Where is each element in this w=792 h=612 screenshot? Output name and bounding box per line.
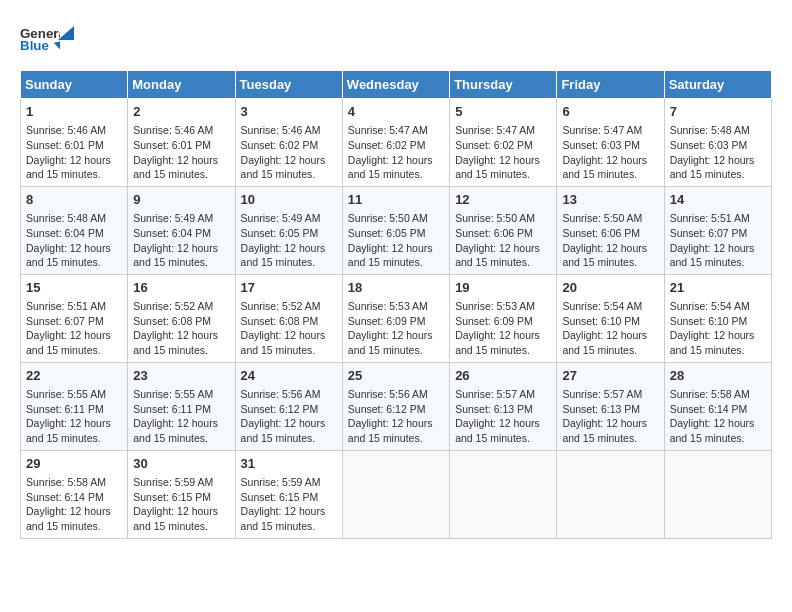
daylight-label: Daylight: 12 hours — [26, 242, 111, 254]
day-number: 24 — [241, 367, 337, 385]
calendar-cell: 1 Sunrise: 5:46 AM Sunset: 6:01 PM Dayli… — [21, 99, 128, 187]
svg-text:Blue: Blue — [20, 38, 49, 53]
sunset-label: Sunset: 6:03 PM — [670, 139, 748, 151]
daylight-value: and 15 minutes. — [455, 256, 530, 268]
sunset-label: Sunset: 6:15 PM — [241, 491, 319, 503]
sunrise-label: Sunrise: 5:49 AM — [133, 212, 213, 224]
calendar-table: SundayMondayTuesdayWednesdayThursdayFrid… — [20, 70, 772, 539]
sunrise-label: Sunrise: 5:55 AM — [26, 388, 106, 400]
daylight-value: and 15 minutes. — [562, 344, 637, 356]
calendar-cell: 10 Sunrise: 5:49 AM Sunset: 6:05 PM Dayl… — [235, 186, 342, 274]
day-number: 26 — [455, 367, 551, 385]
day-number: 11 — [348, 191, 444, 209]
day-number: 4 — [348, 103, 444, 121]
calendar-cell: 17 Sunrise: 5:52 AM Sunset: 6:08 PM Dayl… — [235, 274, 342, 362]
day-number: 27 — [562, 367, 658, 385]
sunrise-label: Sunrise: 5:51 AM — [26, 300, 106, 312]
sunrise-label: Sunrise: 5:54 AM — [670, 300, 750, 312]
calendar-cell: 8 Sunrise: 5:48 AM Sunset: 6:04 PM Dayli… — [21, 186, 128, 274]
sunset-label: Sunset: 6:09 PM — [455, 315, 533, 327]
daylight-label: Daylight: 12 hours — [241, 242, 326, 254]
calendar-cell: 22 Sunrise: 5:55 AM Sunset: 6:11 PM Dayl… — [21, 362, 128, 450]
day-number: 14 — [670, 191, 766, 209]
weekday-header-tuesday: Tuesday — [235, 71, 342, 99]
calendar-cell: 21 Sunrise: 5:54 AM Sunset: 6:10 PM Dayl… — [664, 274, 771, 362]
calendar-week-row: 1 Sunrise: 5:46 AM Sunset: 6:01 PM Dayli… — [21, 99, 772, 187]
day-number: 15 — [26, 279, 122, 297]
daylight-label: Daylight: 12 hours — [133, 242, 218, 254]
sunset-label: Sunset: 6:01 PM — [26, 139, 104, 151]
daylight-label: Daylight: 12 hours — [670, 417, 755, 429]
calendar-cell — [557, 450, 664, 538]
daylight-label: Daylight: 12 hours — [133, 329, 218, 341]
sunset-label: Sunset: 6:15 PM — [133, 491, 211, 503]
sunrise-label: Sunrise: 5:59 AM — [133, 476, 213, 488]
sunrise-label: Sunrise: 5:56 AM — [241, 388, 321, 400]
daylight-value: and 15 minutes. — [241, 432, 316, 444]
sunrise-label: Sunrise: 5:52 AM — [241, 300, 321, 312]
daylight-label: Daylight: 12 hours — [133, 417, 218, 429]
daylight-label: Daylight: 12 hours — [26, 505, 111, 517]
daylight-label: Daylight: 12 hours — [455, 329, 540, 341]
sunrise-label: Sunrise: 5:56 AM — [348, 388, 428, 400]
sunset-label: Sunset: 6:02 PM — [348, 139, 426, 151]
sunset-label: Sunset: 6:13 PM — [562, 403, 640, 415]
sunset-label: Sunset: 6:02 PM — [455, 139, 533, 151]
daylight-value: and 15 minutes. — [133, 432, 208, 444]
daylight-value: and 15 minutes. — [26, 432, 101, 444]
calendar-cell — [450, 450, 557, 538]
daylight-value: and 15 minutes. — [26, 256, 101, 268]
day-number: 21 — [670, 279, 766, 297]
calendar-cell: 24 Sunrise: 5:56 AM Sunset: 6:12 PM Dayl… — [235, 362, 342, 450]
sunset-label: Sunset: 6:12 PM — [348, 403, 426, 415]
daylight-label: Daylight: 12 hours — [562, 417, 647, 429]
daylight-label: Daylight: 12 hours — [670, 242, 755, 254]
sunset-label: Sunset: 6:03 PM — [562, 139, 640, 151]
sunset-label: Sunset: 6:04 PM — [26, 227, 104, 239]
daylight-label: Daylight: 12 hours — [241, 417, 326, 429]
sunset-label: Sunset: 6:12 PM — [241, 403, 319, 415]
weekday-header-sunday: Sunday — [21, 71, 128, 99]
daylight-value: and 15 minutes. — [348, 344, 423, 356]
sunrise-label: Sunrise: 5:46 AM — [133, 124, 213, 136]
day-number: 12 — [455, 191, 551, 209]
day-number: 8 — [26, 191, 122, 209]
daylight-value: and 15 minutes. — [670, 344, 745, 356]
day-number: 1 — [26, 103, 122, 121]
sunrise-label: Sunrise: 5:53 AM — [348, 300, 428, 312]
sunrise-label: Sunrise: 5:47 AM — [562, 124, 642, 136]
daylight-label: Daylight: 12 hours — [241, 329, 326, 341]
daylight-label: Daylight: 12 hours — [455, 242, 540, 254]
calendar-cell: 27 Sunrise: 5:57 AM Sunset: 6:13 PM Dayl… — [557, 362, 664, 450]
sunset-label: Sunset: 6:09 PM — [348, 315, 426, 327]
calendar-cell: 20 Sunrise: 5:54 AM Sunset: 6:10 PM Dayl… — [557, 274, 664, 362]
sunrise-label: Sunrise: 5:52 AM — [133, 300, 213, 312]
sunrise-label: Sunrise: 5:47 AM — [455, 124, 535, 136]
day-number: 16 — [133, 279, 229, 297]
calendar-cell: 2 Sunrise: 5:46 AM Sunset: 6:01 PM Dayli… — [128, 99, 235, 187]
calendar-cell: 25 Sunrise: 5:56 AM Sunset: 6:12 PM Dayl… — [342, 362, 449, 450]
weekday-header-saturday: Saturday — [664, 71, 771, 99]
day-number: 3 — [241, 103, 337, 121]
sunrise-label: Sunrise: 5:58 AM — [670, 388, 750, 400]
daylight-value: and 15 minutes. — [133, 344, 208, 356]
daylight-value: and 15 minutes. — [455, 344, 530, 356]
day-number: 22 — [26, 367, 122, 385]
calendar-cell — [664, 450, 771, 538]
daylight-label: Daylight: 12 hours — [133, 154, 218, 166]
sunrise-label: Sunrise: 5:49 AM — [241, 212, 321, 224]
daylight-label: Daylight: 12 hours — [348, 242, 433, 254]
sunrise-label: Sunrise: 5:58 AM — [26, 476, 106, 488]
weekday-header-friday: Friday — [557, 71, 664, 99]
day-number: 6 — [562, 103, 658, 121]
sunrise-label: Sunrise: 5:57 AM — [455, 388, 535, 400]
sunset-label: Sunset: 6:06 PM — [455, 227, 533, 239]
sunset-label: Sunset: 6:05 PM — [348, 227, 426, 239]
calendar-week-row: 29 Sunrise: 5:58 AM Sunset: 6:14 PM Dayl… — [21, 450, 772, 538]
sunset-label: Sunset: 6:13 PM — [455, 403, 533, 415]
sunset-label: Sunset: 6:07 PM — [670, 227, 748, 239]
sunrise-label: Sunrise: 5:48 AM — [26, 212, 106, 224]
sunset-label: Sunset: 6:06 PM — [562, 227, 640, 239]
sunset-label: Sunset: 6:14 PM — [670, 403, 748, 415]
daylight-label: Daylight: 12 hours — [241, 154, 326, 166]
